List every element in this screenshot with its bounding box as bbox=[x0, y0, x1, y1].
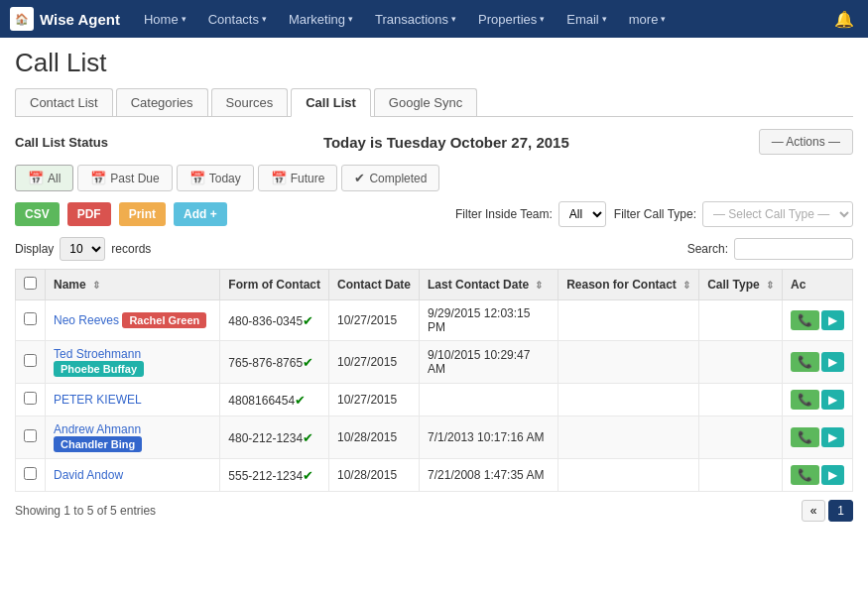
row-contact-date: 10/28/2015 bbox=[329, 416, 420, 459]
display-row: Display 10 25 50 records Search: bbox=[15, 237, 853, 261]
row-checkbox-cell bbox=[16, 416, 46, 459]
filter-completed-label: Completed bbox=[369, 172, 427, 185]
data-table: Name ⇕ Form of Contact Contact Date Last… bbox=[15, 269, 853, 492]
th-actions-label: Ac bbox=[791, 278, 806, 292]
print-button[interactable]: Print bbox=[119, 202, 166, 226]
more-action-btn[interactable]: ▶ bbox=[821, 352, 844, 372]
tab-contact-list[interactable]: Contact List bbox=[15, 88, 113, 116]
call-action-btn[interactable]: 📞 bbox=[791, 352, 819, 372]
row-name-link[interactable]: Andrew Ahmann bbox=[54, 422, 141, 436]
nav-more[interactable]: more ▾ bbox=[621, 8, 675, 31]
th-call-type[interactable]: Call Type ⇕ bbox=[699, 270, 783, 300]
more-action-btn[interactable]: ▶ bbox=[821, 390, 844, 410]
row-call-type bbox=[699, 384, 783, 416]
row-checkbox[interactable] bbox=[24, 467, 37, 480]
nav-home-label: Home bbox=[144, 12, 179, 27]
pagination-prev[interactable]: « bbox=[802, 500, 826, 522]
tab-sources[interactable]: Sources bbox=[211, 88, 289, 116]
filter-today-label: Today bbox=[209, 172, 241, 185]
call-action-btn[interactable]: 📞 bbox=[791, 390, 819, 410]
nav-email[interactable]: Email ▾ bbox=[558, 8, 615, 31]
row-checkbox[interactable] bbox=[24, 392, 37, 405]
checkmark-icon: ✔ bbox=[354, 171, 365, 185]
filter-completed-btn[interactable]: ✔ Completed bbox=[341, 165, 439, 191]
filter-team-label: Filter Inside Team: bbox=[455, 207, 553, 221]
row-actions-cell: 📞▶ bbox=[782, 341, 852, 384]
select-all-checkbox[interactable] bbox=[24, 277, 37, 290]
search-label: Search: bbox=[687, 242, 728, 256]
call-action-btn[interactable]: 📞 bbox=[791, 427, 819, 447]
row-last-contact-date: 9/10/2015 10:29:47 AM bbox=[420, 341, 558, 384]
nav-home[interactable]: Home ▾ bbox=[136, 8, 194, 31]
row-name-link[interactable]: Neo Reeves bbox=[54, 313, 119, 327]
row-last-contact-date bbox=[420, 384, 558, 416]
call-action-btn[interactable]: 📞 bbox=[791, 310, 819, 330]
nav-contacts[interactable]: Contacts ▾ bbox=[200, 8, 275, 31]
nav-email-label: Email bbox=[566, 12, 599, 27]
csv-button[interactable]: CSV bbox=[15, 202, 60, 226]
th-call-type-label: Call Type bbox=[707, 278, 759, 292]
action-btn-group: 📞▶ bbox=[791, 352, 844, 372]
notifications-icon[interactable]: 🔔 bbox=[830, 7, 858, 32]
th-last-contact-date[interactable]: Last Contact Date ⇕ bbox=[420, 270, 558, 300]
row-checkbox-cell bbox=[16, 300, 46, 341]
sort-icon-last-contact: ⇕ bbox=[535, 280, 543, 291]
row-checkbox[interactable] bbox=[24, 312, 37, 325]
tab-sources-label: Sources bbox=[226, 95, 274, 110]
more-action-btn[interactable]: ▶ bbox=[821, 427, 844, 447]
nav-transactions-label: Transactions bbox=[375, 12, 448, 27]
action-btn-group: 📞▶ bbox=[791, 310, 844, 330]
tab-call-list[interactable]: Call List bbox=[291, 88, 371, 117]
sort-icon-name: ⇕ bbox=[92, 280, 100, 291]
display-count-select[interactable]: 10 25 50 bbox=[60, 237, 105, 261]
tab-categories[interactable]: Categories bbox=[116, 88, 208, 116]
filter-past-due-label: Past Due bbox=[110, 172, 159, 185]
filter-past-due-btn[interactable]: 📅 Past Due bbox=[77, 165, 172, 191]
call-action-btn[interactable]: 📞 bbox=[791, 465, 819, 485]
row-call-type bbox=[699, 459, 783, 492]
nav-marketing-label: Marketing bbox=[289, 12, 345, 27]
search-input[interactable] bbox=[734, 238, 853, 260]
add-button[interactable]: Add + bbox=[174, 202, 227, 226]
th-form-of-contact-label: Form of Contact bbox=[228, 278, 320, 292]
row-form-of-contact: 555-212-1234✔ bbox=[220, 459, 329, 492]
row-actions-cell: 📞▶ bbox=[782, 416, 852, 459]
table-row: David Andow555-212-1234✔10/28/20157/21/2… bbox=[16, 459, 853, 492]
row-call-type bbox=[699, 416, 783, 459]
filter-all-label: All bbox=[48, 172, 61, 185]
nav-marketing[interactable]: Marketing ▾ bbox=[281, 8, 361, 31]
nav-transactions[interactable]: Transactions ▾ bbox=[367, 8, 464, 31]
filter-future-btn[interactable]: 📅 Future bbox=[258, 165, 338, 191]
more-action-btn[interactable]: ▶ bbox=[821, 465, 844, 485]
pdf-button[interactable]: PDF bbox=[67, 202, 111, 226]
page-container: Call List Contact List Categories Source… bbox=[0, 38, 868, 595]
filter-team-select[interactable]: All bbox=[558, 201, 606, 227]
th-name-label: Name bbox=[54, 278, 86, 292]
filter-call-type-select[interactable]: — Select Call Type — bbox=[702, 201, 853, 227]
filter-today-btn[interactable]: 📅 Today bbox=[177, 165, 254, 191]
nav-transactions-caret: ▾ bbox=[451, 14, 456, 24]
row-checkbox[interactable] bbox=[24, 354, 37, 367]
pagination-page-1[interactable]: 1 bbox=[828, 500, 853, 522]
table-wrapper: Briflu Name ⇕ Form of Contact Contact Da bbox=[15, 269, 853, 492]
more-action-btn[interactable]: ▶ bbox=[821, 310, 844, 330]
nav-properties[interactable]: Properties ▾ bbox=[470, 8, 553, 31]
row-checkbox[interactable] bbox=[24, 429, 37, 442]
th-actions: Ac bbox=[782, 270, 852, 300]
tab-google-sync[interactable]: Google Sync bbox=[374, 88, 477, 116]
row-name-cell: Andrew Ahmann Chandler Bing bbox=[46, 416, 220, 459]
row-name-link[interactable]: Ted Stroehmann bbox=[54, 347, 141, 361]
nav-email-caret: ▾ bbox=[602, 14, 607, 24]
filter-all-btn[interactable]: 📅 All bbox=[15, 165, 73, 191]
row-name-link[interactable]: David Andow bbox=[54, 468, 123, 482]
page-title: Call List bbox=[15, 48, 853, 78]
row-name-cell: Neo Reeves Rachel Green bbox=[46, 300, 220, 341]
row-contact-date: 10/28/2015 bbox=[329, 459, 420, 492]
th-name[interactable]: Name ⇕ bbox=[46, 270, 220, 300]
th-reason[interactable]: Reason for Contact ⇕ bbox=[558, 270, 699, 300]
row-form-of-contact: 765-876-8765✔ bbox=[220, 341, 329, 384]
nav-more-label: more bbox=[629, 12, 659, 27]
row-name-link[interactable]: PETER KIEWEL bbox=[54, 393, 142, 407]
actions-dropdown[interactable]: — Actions — bbox=[759, 129, 853, 155]
row-reason bbox=[558, 300, 699, 341]
